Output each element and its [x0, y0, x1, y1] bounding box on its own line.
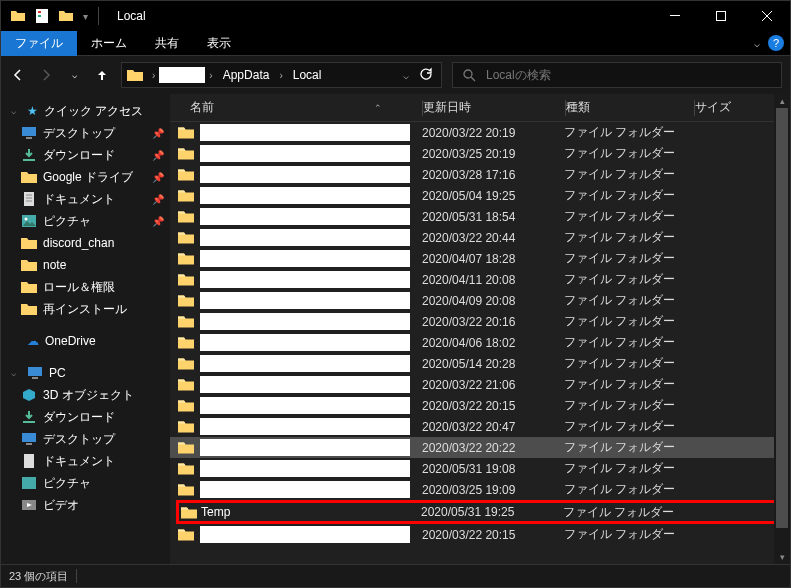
- file-type: ファイル フォルダー: [564, 271, 692, 288]
- file-row[interactable]: 2020/05/14 20:28ファイル フォルダー: [170, 353, 790, 374]
- breadcrumb-appdata[interactable]: AppData: [217, 63, 276, 87]
- search-input[interactable]: Localの検索: [452, 62, 782, 88]
- folder-icon: [122, 68, 148, 82]
- file-list: 名前⌃ 更新日時 種類 サイズ 2020/03/22 20:19ファイル フォル…: [170, 94, 790, 564]
- tab-view[interactable]: 表示: [193, 31, 245, 56]
- redacted-name: [200, 313, 410, 330]
- vertical-scrollbar[interactable]: ▴ ▾: [774, 94, 790, 564]
- file-row[interactable]: 2020/05/31 18:54ファイル フォルダー: [170, 206, 790, 227]
- close-button[interactable]: [744, 1, 790, 31]
- sidebar-reinstall[interactable]: 再インストール: [1, 298, 170, 320]
- file-type: ファイル フォルダー: [564, 481, 692, 498]
- chevron-right-icon[interactable]: ›: [148, 70, 159, 81]
- sidebar-downloads[interactable]: ダウンロード📌: [1, 144, 170, 166]
- address-bar[interactable]: › › AppData › Local ⌵: [121, 62, 442, 88]
- file-date: 2020/03/28 17:16: [422, 168, 564, 182]
- file-row[interactable]: 2020/04/11 20:08ファイル フォルダー: [170, 269, 790, 290]
- file-row[interactable]: 2020/04/07 18:28ファイル フォルダー: [170, 248, 790, 269]
- file-row[interactable]: 2020/03/22 20:19ファイル フォルダー: [170, 122, 790, 143]
- redacted-name: [200, 334, 410, 351]
- breadcrumb-user[interactable]: [159, 67, 205, 83]
- svg-rect-14: [22, 477, 36, 489]
- sidebar-documents2[interactable]: ドキュメント: [1, 450, 170, 472]
- sidebar-pictures2[interactable]: ピクチャ: [1, 472, 170, 494]
- pin-icon: 📌: [152, 172, 164, 183]
- maximize-button[interactable]: [698, 1, 744, 31]
- sidebar-downloads2[interactable]: ダウンロード: [1, 406, 170, 428]
- file-row[interactable]: 2020/03/22 21:06ファイル フォルダー: [170, 374, 790, 395]
- file-row[interactable]: 2020/03/22 20:22ファイル フォルダー: [170, 437, 790, 458]
- folder-icon: [178, 210, 194, 223]
- file-row[interactable]: 2020/03/28 17:16ファイル フォルダー: [170, 164, 790, 185]
- sidebar-onedrive[interactable]: ☁OneDrive: [1, 330, 170, 352]
- column-date[interactable]: 更新日時: [423, 99, 565, 116]
- column-name[interactable]: 名前⌃: [170, 99, 422, 116]
- file-row[interactable]: 2020/05/31 19:08ファイル フォルダー: [170, 458, 790, 479]
- sidebar-note[interactable]: note: [1, 254, 170, 276]
- scroll-down-icon[interactable]: ▾: [774, 550, 790, 564]
- chevron-right-icon[interactable]: ›: [275, 70, 286, 81]
- properties-icon[interactable]: [31, 5, 53, 27]
- help-icon[interactable]: ?: [768, 35, 784, 51]
- minimize-button[interactable]: [652, 1, 698, 31]
- sidebar-pc[interactable]: ⌵PC: [1, 362, 170, 384]
- folder-icon: [178, 252, 194, 265]
- sidebar-pictures[interactable]: ピクチャ📌: [1, 210, 170, 232]
- sidebar-desktop[interactable]: デスクトップ📌: [1, 122, 170, 144]
- recent-dropdown[interactable]: ⌵: [65, 66, 83, 84]
- back-button[interactable]: [9, 66, 27, 84]
- file-row[interactable]: 2020/03/22 20:15ファイル フォルダー: [170, 395, 790, 416]
- file-type: ファイル フォルダー: [564, 376, 692, 393]
- file-row[interactable]: Temp2020/05/31 19:25ファイル フォルダー: [176, 500, 786, 524]
- sidebar-documents[interactable]: ドキュメント📌: [1, 188, 170, 210]
- folder-icon: [178, 147, 194, 160]
- folder-icon: [21, 302, 37, 316]
- tab-home[interactable]: ホーム: [77, 31, 141, 56]
- file-row[interactable]: 2020/03/25 20:19ファイル フォルダー: [170, 143, 790, 164]
- file-row[interactable]: 2020/03/22 20:16ファイル フォルダー: [170, 311, 790, 332]
- folder-icon: [178, 420, 194, 433]
- scroll-up-icon[interactable]: ▴: [774, 94, 790, 108]
- sidebar-gdrive[interactable]: Google ドライブ📌: [1, 166, 170, 188]
- sidebar-desktop2[interactable]: デスクトップ: [1, 428, 170, 450]
- file-type: ファイル フォルダー: [564, 334, 692, 351]
- tab-share[interactable]: 共有: [141, 31, 193, 56]
- file-date: 2020/05/31 19:25: [421, 505, 563, 519]
- file-date: 2020/05/04 19:25: [422, 189, 564, 203]
- search-icon: [463, 69, 476, 82]
- refresh-icon[interactable]: [419, 67, 433, 84]
- file-row[interactable]: 2020/03/22 20:44ファイル フォルダー: [170, 227, 790, 248]
- up-button[interactable]: [93, 66, 111, 84]
- svg-point-8: [25, 218, 28, 221]
- file-type: ファイル フォルダー: [564, 208, 692, 225]
- ribbon-expand-icon[interactable]: ⌵: [754, 38, 760, 49]
- tab-file[interactable]: ファイル: [1, 31, 77, 56]
- sidebar-3dobjects[interactable]: 3D オブジェクト: [1, 384, 170, 406]
- forward-button[interactable]: [37, 66, 55, 84]
- file-row[interactable]: 2020/05/04 19:25ファイル フォルダー: [170, 185, 790, 206]
- file-row[interactable]: 2020/03/22 20:47ファイル フォルダー: [170, 416, 790, 437]
- download-icon: [21, 148, 37, 162]
- chevron-right-icon[interactable]: ›: [205, 70, 216, 81]
- file-type: ファイル フォルダー: [563, 504, 691, 521]
- file-row[interactable]: 2020/03/22 20:15ファイル フォルダー: [170, 524, 790, 545]
- file-row[interactable]: 2020/04/06 18:02ファイル フォルダー: [170, 332, 790, 353]
- folder-icon: [7, 5, 29, 27]
- address-dropdown-icon[interactable]: ⌵: [403, 70, 409, 81]
- scroll-thumb[interactable]: [776, 108, 788, 528]
- file-row[interactable]: 2020/04/09 20:08ファイル フォルダー: [170, 290, 790, 311]
- sidebar-discord[interactable]: discord_chan: [1, 232, 170, 254]
- sidebar-video[interactable]: ビデオ: [1, 494, 170, 516]
- breadcrumb-local[interactable]: Local: [287, 63, 328, 87]
- file-type: ファイル フォルダー: [564, 526, 692, 543]
- qat-dropdown-icon[interactable]: ▾: [79, 11, 92, 22]
- sidebar-quick-access[interactable]: ⌵ ★ クイック アクセス: [1, 100, 170, 122]
- new-folder-icon[interactable]: [55, 5, 77, 27]
- redacted-name: [200, 292, 410, 309]
- window-title: Local: [117, 9, 146, 23]
- svg-rect-4: [22, 127, 36, 136]
- pin-icon: 📌: [152, 150, 164, 161]
- file-row[interactable]: 2020/03/25 19:09ファイル フォルダー: [170, 479, 790, 500]
- sidebar-roles[interactable]: ロール＆権限: [1, 276, 170, 298]
- column-type[interactable]: 種類: [566, 99, 694, 116]
